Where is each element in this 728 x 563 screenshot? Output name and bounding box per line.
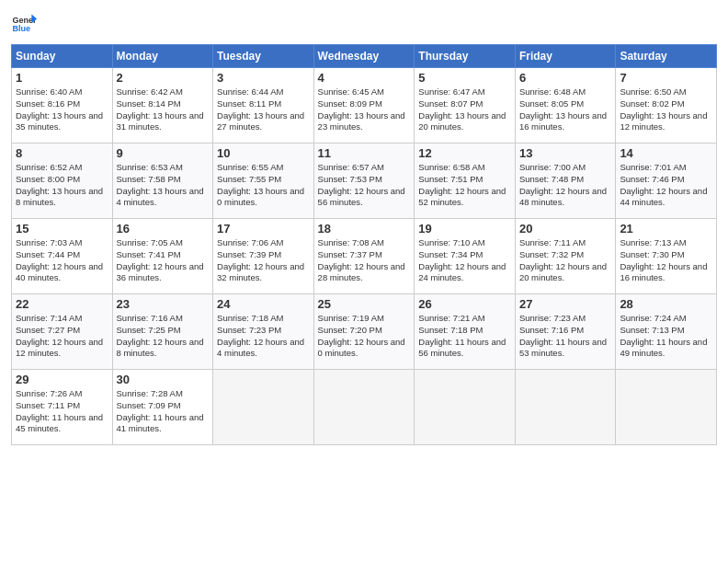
- cell-info: Sunrise: 6:48 AMSunset: 8:05 PMDaylight:…: [519, 86, 611, 133]
- cell-info: Sunrise: 7:14 AMSunset: 7:27 PMDaylight:…: [16, 313, 108, 360]
- cell-info: Sunrise: 7:28 AMSunset: 7:09 PMDaylight:…: [117, 388, 210, 435]
- day-number: 11: [318, 146, 411, 160]
- cell-info: Sunrise: 6:52 AMSunset: 8:00 PMDaylight:…: [16, 162, 108, 209]
- cell-info: Sunrise: 6:58 AMSunset: 7:51 PMDaylight:…: [418, 162, 511, 209]
- calendar-cell: 3Sunrise: 6:44 AMSunset: 8:11 PMDaylight…: [213, 68, 314, 144]
- svg-text:Blue: Blue: [12, 24, 30, 33]
- calendar-cell: 25Sunrise: 7:19 AMSunset: 7:20 PMDayligh…: [313, 294, 415, 370]
- day-number: 19: [418, 222, 511, 236]
- day-number: 29: [16, 373, 108, 386]
- day-number: 10: [217, 146, 310, 160]
- header-thursday: Thursday: [415, 45, 516, 68]
- cell-info: Sunrise: 7:08 AMSunset: 7:37 PMDaylight:…: [318, 237, 411, 284]
- calendar-week-1: 1Sunrise: 6:40 AMSunset: 8:16 PMDaylight…: [12, 68, 717, 144]
- logo: General Blue: [11, 11, 37, 37]
- cell-info: Sunrise: 7:18 AMSunset: 7:23 PMDaylight:…: [217, 313, 310, 360]
- day-number: 12: [418, 146, 511, 160]
- calendar-cell: [313, 370, 415, 445]
- calendar-header-row: SundayMondayTuesdayWednesdayThursdayFrid…: [12, 45, 717, 68]
- cell-info: Sunrise: 6:53 AMSunset: 7:58 PMDaylight:…: [117, 162, 210, 209]
- cell-info: Sunrise: 7:26 AMSunset: 7:11 PMDaylight:…: [16, 388, 108, 435]
- day-number: 14: [620, 146, 712, 160]
- day-number: 18: [318, 222, 411, 236]
- calendar-table: SundayMondayTuesdayWednesdayThursdayFrid…: [11, 44, 717, 445]
- cell-info: Sunrise: 6:40 AMSunset: 8:16 PMDaylight:…: [16, 86, 108, 133]
- calendar-cell: 28Sunrise: 7:24 AMSunset: 7:13 PMDayligh…: [616, 294, 717, 370]
- calendar-cell: 12Sunrise: 6:58 AMSunset: 7:51 PMDayligh…: [415, 144, 516, 219]
- day-number: 13: [519, 146, 611, 160]
- calendar-cell: 17Sunrise: 7:06 AMSunset: 7:39 PMDayligh…: [213, 219, 314, 294]
- day-number: 28: [620, 297, 712, 311]
- calendar-week-5: 29Sunrise: 7:26 AMSunset: 7:11 PMDayligh…: [12, 370, 717, 445]
- calendar-cell: [515, 370, 615, 445]
- calendar-cell: 6Sunrise: 6:48 AMSunset: 8:05 PMDaylight…: [515, 68, 615, 144]
- cell-info: Sunrise: 6:44 AMSunset: 8:11 PMDaylight:…: [217, 86, 310, 133]
- cell-info: Sunrise: 7:01 AMSunset: 7:46 PMDaylight:…: [620, 162, 712, 209]
- day-number: 20: [519, 222, 611, 236]
- cell-info: Sunrise: 7:23 AMSunset: 7:16 PMDaylight:…: [519, 313, 611, 360]
- cell-info: Sunrise: 7:16 AMSunset: 7:25 PMDaylight:…: [117, 313, 210, 360]
- calendar-cell: 15Sunrise: 7:03 AMSunset: 7:44 PMDayligh…: [12, 219, 113, 294]
- day-number: 25: [318, 297, 411, 311]
- header-friday: Friday: [515, 45, 615, 68]
- calendar-cell: 29Sunrise: 7:26 AMSunset: 7:11 PMDayligh…: [12, 370, 113, 445]
- calendar-cell: 19Sunrise: 7:10 AMSunset: 7:34 PMDayligh…: [415, 219, 516, 294]
- day-number: 15: [16, 222, 108, 236]
- calendar-cell: 22Sunrise: 7:14 AMSunset: 7:27 PMDayligh…: [12, 294, 113, 370]
- day-number: 1: [16, 71, 108, 85]
- day-number: 24: [217, 297, 310, 311]
- cell-info: Sunrise: 6:42 AMSunset: 8:14 PMDaylight:…: [117, 86, 210, 133]
- day-number: 8: [16, 146, 108, 160]
- day-number: 30: [117, 373, 210, 386]
- day-number: 21: [620, 222, 712, 236]
- calendar-cell: 24Sunrise: 7:18 AMSunset: 7:23 PMDayligh…: [213, 294, 314, 370]
- calendar-cell: 7Sunrise: 6:50 AMSunset: 8:02 PMDaylight…: [616, 68, 717, 144]
- calendar-cell: 1Sunrise: 6:40 AMSunset: 8:16 PMDaylight…: [12, 68, 113, 144]
- cell-info: Sunrise: 7:21 AMSunset: 7:18 PMDaylight:…: [418, 313, 511, 360]
- cell-info: Sunrise: 6:50 AMSunset: 8:02 PMDaylight:…: [620, 86, 712, 133]
- cell-info: Sunrise: 6:47 AMSunset: 8:07 PMDaylight:…: [418, 86, 511, 133]
- header-monday: Monday: [112, 45, 213, 68]
- cell-info: Sunrise: 7:03 AMSunset: 7:44 PMDaylight:…: [16, 237, 108, 284]
- day-number: 17: [217, 222, 310, 236]
- calendar-cell: 21Sunrise: 7:13 AMSunset: 7:30 PMDayligh…: [616, 219, 717, 294]
- day-number: 23: [117, 297, 210, 311]
- day-number: 9: [117, 146, 210, 160]
- day-number: 5: [418, 71, 511, 85]
- header-sunday: Sunday: [12, 45, 113, 68]
- day-number: 26: [418, 297, 511, 311]
- cell-info: Sunrise: 7:00 AMSunset: 7:48 PMDaylight:…: [519, 162, 611, 209]
- cell-info: Sunrise: 7:19 AMSunset: 7:20 PMDaylight:…: [318, 313, 411, 360]
- calendar-week-3: 15Sunrise: 7:03 AMSunset: 7:44 PMDayligh…: [12, 219, 717, 294]
- day-number: 27: [519, 297, 611, 311]
- calendar-cell: 20Sunrise: 7:11 AMSunset: 7:32 PMDayligh…: [515, 219, 615, 294]
- calendar-week-2: 8Sunrise: 6:52 AMSunset: 8:00 PMDaylight…: [12, 144, 717, 219]
- calendar-cell: [213, 370, 314, 445]
- calendar-cell: 11Sunrise: 6:57 AMSunset: 7:53 PMDayligh…: [313, 144, 415, 219]
- calendar-cell: 23Sunrise: 7:16 AMSunset: 7:25 PMDayligh…: [112, 294, 213, 370]
- calendar-cell: 8Sunrise: 6:52 AMSunset: 8:00 PMDaylight…: [12, 144, 113, 219]
- cell-info: Sunrise: 7:05 AMSunset: 7:41 PMDaylight:…: [117, 237, 210, 284]
- cell-info: Sunrise: 7:10 AMSunset: 7:34 PMDaylight:…: [418, 237, 511, 284]
- header-wednesday: Wednesday: [313, 45, 415, 68]
- day-number: 22: [16, 297, 108, 311]
- cell-info: Sunrise: 6:55 AMSunset: 7:55 PMDaylight:…: [217, 162, 310, 209]
- logo-icon: General Blue: [11, 11, 37, 37]
- calendar-cell: [415, 370, 516, 445]
- header-tuesday: Tuesday: [213, 45, 314, 68]
- calendar-cell: 4Sunrise: 6:45 AMSunset: 8:09 PMDaylight…: [313, 68, 415, 144]
- day-number: 2: [117, 71, 210, 85]
- cell-info: Sunrise: 7:11 AMSunset: 7:32 PMDaylight:…: [519, 237, 611, 284]
- day-number: 6: [519, 71, 611, 85]
- page-header: General Blue: [11, 11, 717, 37]
- calendar-cell: [616, 370, 717, 445]
- calendar-cell: 13Sunrise: 7:00 AMSunset: 7:48 PMDayligh…: [515, 144, 615, 219]
- header-saturday: Saturday: [616, 45, 717, 68]
- day-number: 4: [318, 71, 411, 85]
- calendar-cell: 30Sunrise: 7:28 AMSunset: 7:09 PMDayligh…: [112, 370, 213, 445]
- calendar-cell: 14Sunrise: 7:01 AMSunset: 7:46 PMDayligh…: [616, 144, 717, 219]
- calendar-cell: 16Sunrise: 7:05 AMSunset: 7:41 PMDayligh…: [112, 219, 213, 294]
- cell-info: Sunrise: 6:57 AMSunset: 7:53 PMDaylight:…: [318, 162, 411, 209]
- day-number: 7: [620, 71, 712, 85]
- calendar-cell: 27Sunrise: 7:23 AMSunset: 7:16 PMDayligh…: [515, 294, 615, 370]
